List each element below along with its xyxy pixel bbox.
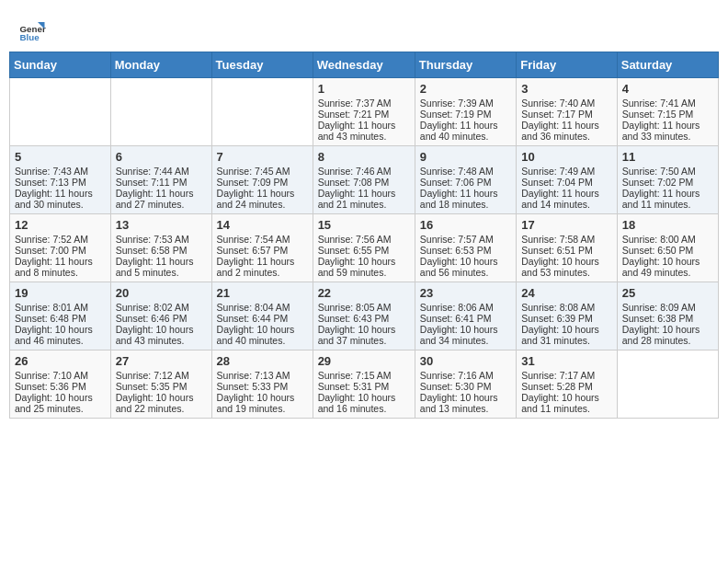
day-info: Sunrise: 7:17 AM Sunset: 5:28 PM Dayligh… — [521, 370, 612, 414]
calendar-cell — [110, 78, 211, 146]
calendar-cell: 4Sunrise: 7:41 AM Sunset: 7:15 PM Daylig… — [617, 78, 718, 146]
calendar-cell: 10Sunrise: 7:49 AM Sunset: 7:04 PM Dayli… — [517, 146, 618, 214]
day-info: Sunrise: 8:06 AM Sunset: 6:41 PM Dayligh… — [420, 302, 511, 346]
day-info: Sunrise: 7:39 AM Sunset: 7:19 PM Dayligh… — [420, 98, 511, 142]
calendar-cell: 19Sunrise: 8:01 AM Sunset: 6:48 PM Dayli… — [10, 282, 111, 350]
calendar-cell: 15Sunrise: 7:56 AM Sunset: 6:55 PM Dayli… — [313, 214, 415, 282]
day-info: Sunrise: 7:45 AM Sunset: 7:09 PM Dayligh… — [217, 166, 308, 210]
calendar-cell: 18Sunrise: 8:00 AM Sunset: 6:50 PM Dayli… — [617, 214, 718, 282]
day-info: Sunrise: 7:53 AM Sunset: 6:58 PM Dayligh… — [116, 234, 207, 278]
logo: General Blue — [18, 17, 46, 44]
day-header-saturday: Saturday — [617, 52, 718, 78]
day-number: 11 — [622, 150, 713, 164]
calendar-cell: 26Sunrise: 7:10 AM Sunset: 5:36 PM Dayli… — [10, 350, 111, 419]
day-number: 21 — [217, 286, 308, 300]
calendar-cell: 9Sunrise: 7:48 AM Sunset: 7:06 PM Daylig… — [415, 146, 516, 214]
day-info: Sunrise: 8:09 AM Sunset: 6:38 PM Dayligh… — [622, 302, 713, 346]
day-number: 12 — [15, 218, 106, 232]
day-header-friday: Friday — [517, 52, 618, 78]
calendar-cell: 3Sunrise: 7:40 AM Sunset: 7:17 PM Daylig… — [517, 78, 618, 146]
day-number: 31 — [521, 354, 612, 368]
calendar-week-2: 5Sunrise: 7:43 AM Sunset: 7:13 PM Daylig… — [10, 146, 719, 214]
day-header-thursday: Thursday — [415, 52, 516, 78]
calendar-cell: 7Sunrise: 7:45 AM Sunset: 7:09 PM Daylig… — [211, 146, 313, 214]
day-number: 22 — [318, 286, 410, 300]
calendar-cell: 6Sunrise: 7:44 AM Sunset: 7:11 PM Daylig… — [110, 146, 211, 214]
day-info: Sunrise: 7:48 AM Sunset: 7:06 PM Dayligh… — [420, 166, 511, 210]
calendar-cell: 8Sunrise: 7:46 AM Sunset: 7:08 PM Daylig… — [313, 146, 415, 214]
day-header-sunday: Sunday — [10, 52, 111, 78]
day-number: 26 — [15, 354, 106, 368]
day-number: 18 — [622, 218, 713, 232]
day-info: Sunrise: 8:02 AM Sunset: 6:46 PM Dayligh… — [116, 302, 207, 346]
calendar-cell: 16Sunrise: 7:57 AM Sunset: 6:53 PM Dayli… — [415, 214, 516, 282]
calendar-cell: 30Sunrise: 7:16 AM Sunset: 5:30 PM Dayli… — [415, 350, 516, 419]
calendar-cell: 20Sunrise: 8:02 AM Sunset: 6:46 PM Dayli… — [110, 282, 211, 350]
day-number: 17 — [521, 218, 612, 232]
day-number: 9 — [420, 150, 511, 164]
calendar-cell: 5Sunrise: 7:43 AM Sunset: 7:13 PM Daylig… — [10, 146, 111, 214]
logo-icon: General Blue — [18, 17, 46, 44]
calendar-week-3: 12Sunrise: 7:52 AM Sunset: 7:00 PM Dayli… — [10, 214, 719, 282]
calendar-cell: 17Sunrise: 7:58 AM Sunset: 6:51 PM Dayli… — [517, 214, 618, 282]
day-number: 8 — [318, 150, 410, 164]
calendar-cell: 14Sunrise: 7:54 AM Sunset: 6:57 PM Dayli… — [211, 214, 313, 282]
day-number: 14 — [217, 218, 308, 232]
day-info: Sunrise: 8:05 AM Sunset: 6:43 PM Dayligh… — [318, 302, 410, 346]
day-number: 19 — [15, 286, 106, 300]
calendar-week-4: 19Sunrise: 8:01 AM Sunset: 6:48 PM Dayli… — [10, 282, 719, 350]
day-info: Sunrise: 7:16 AM Sunset: 5:30 PM Dayligh… — [420, 370, 511, 414]
day-info: Sunrise: 7:43 AM Sunset: 7:13 PM Dayligh… — [15, 166, 106, 210]
day-number: 20 — [116, 286, 207, 300]
calendar-cell: 13Sunrise: 7:53 AM Sunset: 6:58 PM Dayli… — [110, 214, 211, 282]
day-info: Sunrise: 7:49 AM Sunset: 7:04 PM Dayligh… — [521, 166, 612, 210]
day-number: 16 — [420, 218, 511, 232]
day-info: Sunrise: 7:37 AM Sunset: 7:21 PM Dayligh… — [318, 98, 410, 142]
day-number: 27 — [116, 354, 207, 368]
day-number: 6 — [116, 150, 207, 164]
day-info: Sunrise: 7:56 AM Sunset: 6:55 PM Dayligh… — [318, 234, 410, 278]
page-header: General Blue — [9, 9, 719, 44]
calendar-cell: 29Sunrise: 7:15 AM Sunset: 5:31 PM Dayli… — [313, 350, 415, 419]
calendar-cell — [617, 350, 718, 419]
day-info: Sunrise: 7:15 AM Sunset: 5:31 PM Dayligh… — [318, 370, 410, 414]
day-number: 29 — [318, 354, 410, 368]
calendar-table: SundayMondayTuesdayWednesdayThursdayFrid… — [9, 52, 719, 419]
day-number: 2 — [420, 82, 511, 96]
day-info: Sunrise: 7:44 AM Sunset: 7:11 PM Dayligh… — [116, 166, 207, 210]
day-number: 1 — [318, 82, 410, 96]
day-info: Sunrise: 7:46 AM Sunset: 7:08 PM Dayligh… — [318, 166, 410, 210]
day-number: 24 — [521, 286, 612, 300]
day-info: Sunrise: 7:12 AM Sunset: 5:35 PM Dayligh… — [116, 370, 207, 414]
calendar-week-5: 26Sunrise: 7:10 AM Sunset: 5:36 PM Dayli… — [10, 350, 719, 419]
day-info: Sunrise: 7:58 AM Sunset: 6:51 PM Dayligh… — [521, 234, 612, 278]
day-number: 7 — [217, 150, 308, 164]
day-number: 23 — [420, 286, 511, 300]
day-number: 4 — [622, 82, 713, 96]
calendar-cell: 21Sunrise: 8:04 AM Sunset: 6:44 PM Dayli… — [211, 282, 313, 350]
day-info: Sunrise: 7:54 AM Sunset: 6:57 PM Dayligh… — [217, 234, 308, 278]
day-number: 25 — [622, 286, 713, 300]
day-info: Sunrise: 7:10 AM Sunset: 5:36 PM Dayligh… — [15, 370, 106, 414]
day-number: 30 — [420, 354, 511, 368]
calendar-cell: 23Sunrise: 8:06 AM Sunset: 6:41 PM Dayli… — [415, 282, 516, 350]
day-number: 5 — [15, 150, 106, 164]
day-info: Sunrise: 7:13 AM Sunset: 5:33 PM Dayligh… — [217, 370, 308, 414]
calendar-cell: 28Sunrise: 7:13 AM Sunset: 5:33 PM Dayli… — [211, 350, 313, 419]
day-number: 3 — [521, 82, 612, 96]
calendar-cell: 1Sunrise: 7:37 AM Sunset: 7:21 PM Daylig… — [313, 78, 415, 146]
calendar-cell: 2Sunrise: 7:39 AM Sunset: 7:19 PM Daylig… — [415, 78, 516, 146]
day-info: Sunrise: 7:57 AM Sunset: 6:53 PM Dayligh… — [420, 234, 511, 278]
calendar-cell: 31Sunrise: 7:17 AM Sunset: 5:28 PM Dayli… — [517, 350, 618, 419]
day-info: Sunrise: 7:41 AM Sunset: 7:15 PM Dayligh… — [622, 98, 713, 142]
calendar-cell: 22Sunrise: 8:05 AM Sunset: 6:43 PM Dayli… — [313, 282, 415, 350]
day-info: Sunrise: 8:00 AM Sunset: 6:50 PM Dayligh… — [622, 234, 713, 278]
calendar-cell: 11Sunrise: 7:50 AM Sunset: 7:02 PM Dayli… — [617, 146, 718, 214]
calendar-week-1: 1Sunrise: 7:37 AM Sunset: 7:21 PM Daylig… — [10, 78, 719, 146]
calendar-cell — [211, 78, 313, 146]
day-number: 15 — [318, 218, 410, 232]
day-info: Sunrise: 8:01 AM Sunset: 6:48 PM Dayligh… — [15, 302, 106, 346]
calendar-header-row: SundayMondayTuesdayWednesdayThursdayFrid… — [10, 52, 719, 78]
day-info: Sunrise: 7:50 AM Sunset: 7:02 PM Dayligh… — [622, 166, 713, 210]
day-header-monday: Monday — [110, 52, 211, 78]
